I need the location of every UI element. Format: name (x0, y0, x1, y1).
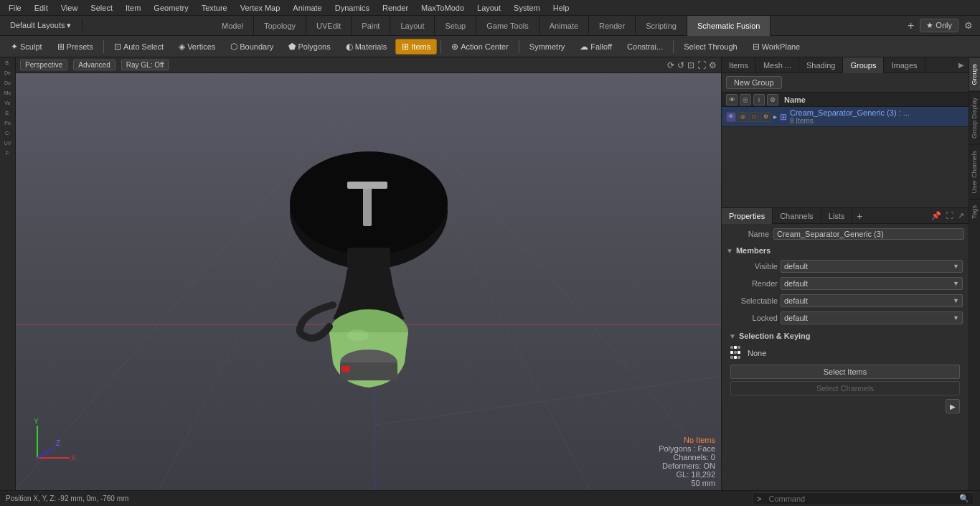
item-render-icon[interactable]: ◎ (738, 112, 748, 122)
detach-props-icon[interactable]: ↗ (956, 211, 966, 220)
strip-item-7[interactable]: Po (1, 121, 14, 129)
strip-item-4[interactable]: Me (1, 90, 14, 99)
menu-select[interactable]: Select (85, 2, 118, 14)
locked-dropdown[interactable]: default ▼ (781, 311, 963, 324)
menu-dynamics[interactable]: Dynamics (329, 2, 375, 14)
strip-item-2[interactable]: De (1, 70, 14, 79)
ray-gl-button[interactable]: Ray GL: Off (121, 60, 169, 70)
symmetry-button[interactable]: Symmetry (523, 39, 572, 55)
pin-icon[interactable]: 📌 (930, 211, 943, 220)
tab-schematic-fusion[interactable]: Schematic Fusion (687, 16, 771, 36)
boundary-button[interactable]: ⬡ Boundary (224, 39, 280, 55)
menu-layout[interactable]: Layout (471, 2, 507, 14)
members-section[interactable]: ▼ Members (725, 244, 966, 257)
strip-item-10[interactable]: F: (1, 151, 14, 159)
tab-images[interactable]: Images (884, 57, 925, 73)
render-dropdown[interactable]: default ▼ (781, 277, 963, 290)
menu-item[interactable]: Item (120, 2, 146, 14)
menu-animate[interactable]: Animate (287, 2, 327, 14)
expand-tabs-button[interactable]: ▶ (954, 61, 969, 69)
vtab-tags[interactable]: Tags (969, 199, 980, 225)
menu-view[interactable]: View (55, 2, 84, 14)
vtab-groups[interactable]: Groups (969, 57, 980, 91)
menu-geometry[interactable]: Geometry (148, 2, 194, 14)
command-input[interactable] (765, 495, 955, 503)
menu-file[interactable]: File (3, 2, 27, 14)
tab-model[interactable]: Model (212, 16, 254, 36)
tab-uvedit[interactable]: UVEdit (306, 16, 352, 36)
tab-channels[interactable]: Channels (773, 208, 821, 224)
materials-button[interactable]: ◐ Materials (339, 39, 394, 55)
vertices-button[interactable]: ◈ Vertices (172, 39, 222, 55)
tab-layout[interactable]: Layout (390, 16, 435, 36)
vtab-group-display[interactable]: Group Display (969, 91, 980, 144)
polygons-button[interactable]: ⬟ Polygons (282, 39, 336, 55)
items-button[interactable]: ⊞ Items (395, 39, 437, 55)
item-expand-icon[interactable]: ▸ (773, 113, 777, 121)
vtab-user-channels[interactable]: User Channels (969, 144, 980, 200)
work-plane-button[interactable]: ⊟ WorkPlane (746, 39, 807, 55)
falloff-button[interactable]: ☁ Falloff (573, 39, 618, 55)
name-input[interactable] (773, 228, 964, 240)
tab-groups[interactable]: Groups (843, 57, 884, 73)
tab-game-tools[interactable]: Game Tools (476, 16, 540, 36)
menu-render[interactable]: Render (377, 2, 414, 14)
action-center-button[interactable]: ⊕ Action Center (445, 39, 515, 55)
item-name[interactable]: Cream_Separator_Generic (3) : ... (790, 108, 964, 117)
tab-paint[interactable]: Paint (352, 16, 390, 36)
menu-system[interactable]: System (508, 2, 546, 14)
selectable-dropdown[interactable]: default ▼ (781, 294, 963, 307)
expand-arrow-button[interactable]: ▶ (946, 399, 960, 413)
maximize-icon[interactable]: ⛶ (697, 60, 706, 70)
advanced-button[interactable]: Advanced (73, 60, 115, 70)
constraints-button[interactable]: Constrai... (621, 39, 669, 55)
strip-item-6[interactable]: E: (1, 111, 14, 119)
fit-icon[interactable]: ⊡ (687, 60, 694, 70)
new-group-button[interactable]: New Group (726, 76, 782, 89)
tab-lists[interactable]: Lists (821, 208, 853, 224)
tab-setup[interactable]: Setup (435, 16, 476, 36)
item-lock-icon[interactable]: ⚙ (760, 112, 771, 122)
maximize-props-icon[interactable]: ⛶ (944, 211, 955, 220)
tab-properties[interactable]: Properties (722, 208, 773, 224)
select-through-button[interactable]: Select Through (677, 39, 743, 55)
command-search-icon[interactable]: 🔍 (955, 494, 974, 503)
item-eye-icon[interactable]: 👁 (726, 112, 736, 122)
auto-select-button[interactable]: ⊡ Auto Select (108, 39, 170, 55)
lock-icon[interactable]: ⚙ (767, 94, 778, 106)
select-items-button[interactable]: Select Items (730, 365, 960, 379)
item-box-icon[interactable]: □ (749, 112, 759, 122)
perspective-button[interactable]: Perspective (20, 60, 67, 70)
viewport-canvas[interactable]: X Y Z No Items Polygons : Face Channels:… (16, 73, 721, 490)
tab-shading[interactable]: Shading (799, 57, 843, 73)
tab-scripting[interactable]: Scripting (636, 16, 687, 36)
strip-item-1[interactable]: B: (1, 60, 14, 69)
group-list-item[interactable]: 👁 ◎ □ ⚙ ▸ ⊞ Cream_Separator_Generic (3) … (722, 107, 969, 127)
menu-vertex-map[interactable]: Vertex Map (235, 2, 286, 14)
menu-help[interactable]: Help (547, 2, 575, 14)
sel-keying-header[interactable]: ▼ Selection & Keying (727, 330, 963, 342)
default-layouts-dropdown[interactable]: Default Layouts ▾ (4, 19, 77, 32)
tab-topology[interactable]: Topology (254, 16, 306, 36)
strip-item-8[interactable]: C: (1, 131, 14, 139)
presets-button[interactable]: ⊞ Presets (51, 39, 100, 55)
tab-render[interactable]: Render (589, 16, 636, 36)
render-icon[interactable]: ◎ (740, 94, 751, 106)
menu-texture[interactable]: Texture (196, 2, 233, 14)
strip-item-9[interactable]: UV (1, 141, 14, 149)
add-layout-button[interactable]: + (905, 19, 917, 32)
only-button[interactable]: ★ Only (920, 19, 958, 32)
info-icon[interactable]: i (753, 94, 765, 106)
visible-dropdown[interactable]: default ▼ (781, 260, 963, 273)
sculpt-button[interactable]: ✦ Sculpt (4, 39, 49, 55)
refresh-icon[interactable]: ↺ (677, 60, 684, 70)
eye-icon[interactable]: 👁 (726, 94, 738, 106)
menu-edit[interactable]: Edit (29, 2, 54, 14)
gear-icon[interactable]: ⚙ (961, 20, 976, 31)
tab-items[interactable]: Items (722, 57, 756, 73)
menu-maxtomodo[interactable]: MaxToModo (415, 2, 470, 14)
strip-item-5[interactable]: Ve (1, 100, 14, 109)
strip-item-3[interactable]: Du (1, 80, 14, 89)
rotate-icon[interactable]: ⟳ (667, 60, 674, 70)
settings-icon[interactable]: ⚙ (709, 60, 717, 70)
